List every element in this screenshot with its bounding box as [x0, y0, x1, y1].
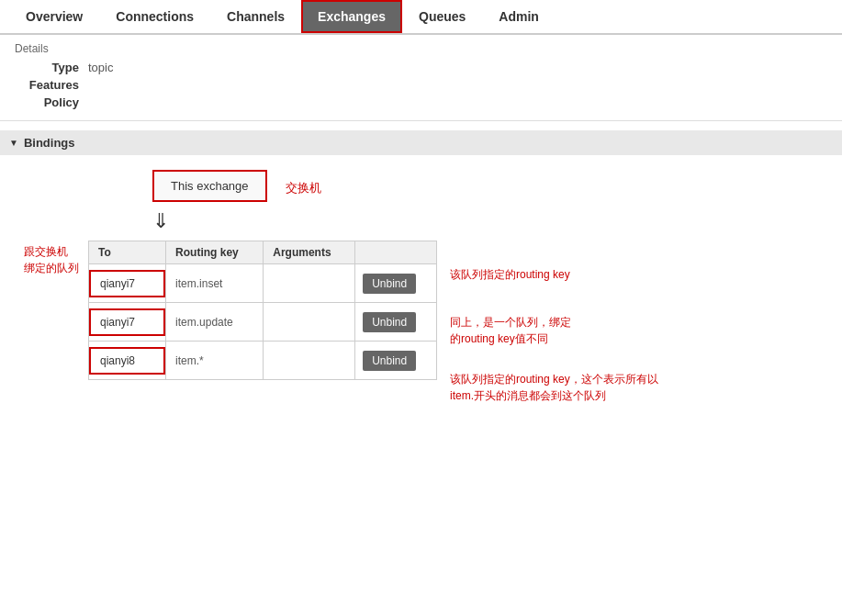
features-key: Features [15, 78, 88, 92]
this-exchange-label: This exchange [171, 179, 249, 193]
exchange-annotation: 交换机 [286, 180, 321, 196]
queue-cell-0: qianyi7 [89, 264, 166, 303]
annotation-queue-line2: 绑定的队列 [24, 260, 79, 276]
left-annotation-block: 跟交换机 绑定的队列 [24, 243, 79, 276]
nav-queues[interactable]: Queues [402, 0, 482, 33]
unbind-cell-0: Unbind [355, 264, 437, 303]
queue-name-0: qianyi7 [89, 270, 165, 297]
queue-name-1: qianyi7 [89, 308, 165, 336]
table-row: qianyi7item.updateUnbind [89, 303, 437, 342]
unbind-cell-1: Unbind [355, 303, 437, 342]
routing-key-cell-1: item.update [166, 303, 264, 342]
bindings-table: To Routing key Arguments qianyi7item.ins… [88, 241, 437, 380]
unbind-button-1[interactable]: Unbind [363, 312, 416, 332]
routing-key-cell-0: item.inset [166, 264, 264, 303]
row-annotation-1: 同上，是一个队列，绑定 的routing key值不同 [450, 314, 658, 362]
type-row: Type topic [15, 61, 827, 74]
details-label: Details [15, 42, 827, 55]
unbind-cell-2: Unbind [355, 342, 437, 380]
args-cell-2 [264, 342, 355, 380]
features-row: Features [15, 78, 827, 92]
nav-channels[interactable]: Channels [210, 0, 301, 33]
nav-connections[interactable]: Connections [99, 0, 210, 33]
col-routing-key: Routing key [166, 241, 264, 264]
col-to: To [89, 241, 166, 264]
exchange-box-row: This exchange 交换机 [152, 170, 321, 206]
policy-key: Policy [15, 95, 88, 109]
queue-cell-2: qianyi8 [89, 342, 166, 380]
table-row: qianyi8item.*Unbind [89, 342, 437, 380]
details-section: Details Type topic Features Policy [0, 35, 842, 121]
queue-name-2: qianyi8 [89, 347, 165, 375]
nav-exchanges[interactable]: Exchanges [301, 0, 402, 33]
right-annotations: 该队列指定的routing key同上，是一个队列，绑定 的routing ke… [450, 266, 658, 404]
annotation-queue-line1: 跟交换机 [24, 243, 79, 260]
bindings-header[interactable]: ▼ Bindings [0, 130, 842, 155]
policy-row: Policy [15, 95, 827, 109]
this-exchange-box: This exchange [152, 170, 267, 202]
bindings-title: Bindings [24, 136, 75, 150]
queue-cell-1: qianyi7 [89, 303, 166, 342]
type-value: topic [88, 61, 113, 74]
nav-overview[interactable]: Overview [9, 0, 99, 33]
down-arrow: ⇓ [152, 209, 169, 233]
table-header-row: To Routing key Arguments [89, 241, 437, 264]
row-annotation-0: 该队列指定的routing key [450, 266, 658, 305]
args-cell-1 [264, 303, 355, 342]
routing-key-cell-2: item.* [166, 342, 264, 380]
row-annotation-2: 该队列指定的routing key，这个表示所有以 item.开头的消息都会到这… [450, 371, 658, 404]
down-arrow-icon: ⇓ [152, 209, 169, 232]
nav-bar: Overview Connections Channels Exchanges … [0, 0, 842, 35]
unbind-button-2[interactable]: Unbind [363, 351, 416, 371]
table-row: qianyi7item.insetUnbind [89, 264, 437, 303]
center-block: This exchange 交换机 ⇓ To Routing key Argum… [88, 170, 437, 380]
nav-admin[interactable]: Admin [482, 0, 556, 33]
type-key: Type [15, 61, 88, 74]
unbind-button-0[interactable]: Unbind [363, 274, 416, 294]
args-cell-0 [264, 264, 355, 303]
col-action [355, 241, 437, 264]
col-arguments: Arguments [264, 241, 355, 264]
collapse-triangle-icon: ▼ [9, 138, 18, 148]
bindings-section: ▼ Bindings 跟交换机 绑定的队列 This exchange 交换机 … [0, 121, 842, 413]
